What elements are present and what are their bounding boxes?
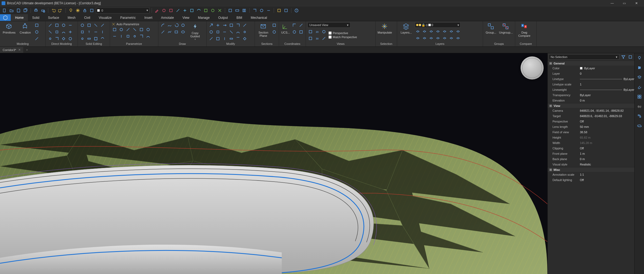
modify-tool-icon[interactable] [228,22,234,28]
group-button[interactable]: Group... [485,22,497,35]
layer-tool-icon[interactable] [448,35,454,41]
print-preview-icon[interactable] [40,8,46,13]
pick-icon[interactable] [627,54,633,60]
dwg-compare-button[interactable]: AB Dwg Compare [517,22,532,38]
prop-color[interactable]: ColorByLayer [548,66,634,71]
draw-rect-icon[interactable] [173,29,179,35]
tool-icon[interactable] [259,8,265,13]
tool-icon[interactable] [266,8,272,13]
view-cube[interactable] [521,56,544,80]
modify-tool-icon[interactable] [222,36,228,42]
tool-icon[interactable] [241,8,247,13]
perspective-checkbox[interactable]: Perspective [328,31,357,35]
draw-ellipse-icon[interactable] [180,29,186,35]
se-tool-icon[interactable] [86,22,92,28]
draw-spiral-icon[interactable] [173,22,179,28]
param-tool-icon[interactable] [125,27,131,33]
tool-icon[interactable] [227,8,233,13]
param-tool-icon[interactable] [118,33,124,39]
param-tool-icon[interactable] [138,33,144,39]
tab-bim[interactable]: BIM [232,14,246,21]
tab-view[interactable]: View [178,14,194,21]
view-tool-icon[interactable] [321,35,327,41]
draw-line-icon[interactable] [160,29,166,35]
tool-icon[interactable] [168,8,174,13]
tool-icon[interactable] [196,8,202,13]
settings-icon[interactable] [636,64,643,71]
se-tool-icon[interactable] [79,29,85,35]
prop-back-plane[interactable]: Back plane0 m [548,156,634,162]
se-tool-icon[interactable] [93,22,99,28]
prop-layer[interactable]: Layer0 [548,71,634,76]
help-icon[interactable]: ? [294,8,299,13]
save-icon[interactable] [16,8,21,13]
lightbulb-icon[interactable] [68,8,74,13]
layer-tool-icon[interactable] [428,35,434,41]
attach-icon[interactable] [636,83,643,91]
dm-tool-icon[interactable] [54,29,60,35]
section-plane-button[interactable]: Section Plane [257,22,270,38]
copy-guided-button[interactable]: Copy Guided ▾ [187,31,203,41]
view-tool-icon[interactable] [308,29,313,35]
tool-icon[interactable] [175,8,181,13]
prop-lens[interactable]: Lens length50 mm [548,124,634,129]
prop-target[interactable]: Target848820.6, -91492.01, -88629.03 [548,113,634,119]
tab-civil[interactable]: Civil [80,14,94,21]
modify-tool-icon[interactable] [242,36,248,42]
saveall-icon[interactable] [23,8,28,13]
manipulate-button[interactable]: Manipulate [377,22,392,35]
close-button[interactable]: ✕ [630,0,642,6]
coord-tool-icon[interactable] [298,29,304,35]
se-tool-icon[interactable] [79,22,85,28]
view-tool-icon[interactable]: 20 [314,29,320,35]
tab-visualize[interactable]: Visualize [94,14,116,21]
se-tool-icon[interactable] [79,36,85,42]
prop-linetype[interactable]: LinetypeByLayer [548,76,634,82]
layer-tool-icon[interactable] [422,35,427,41]
param-tool-icon[interactable] [132,27,138,33]
section-view[interactable]: ▣View [548,103,634,108]
layer-state-dropdown[interactable]: ✶ 🔒 ⎙ 0 ▾ [415,22,460,28]
draw-circle-icon[interactable] [180,22,186,28]
lightbulb-icon[interactable] [636,54,643,62]
prop-front-plane[interactable]: Front plane1 m [548,151,634,156]
ungroup-button[interactable]: Ungroup... [499,22,513,35]
layer-dropdown[interactable]: 0 ▾ [96,8,149,13]
match-perspective-checkbox[interactable]: Match Perspective [328,35,357,39]
tab-mesh[interactable]: Mesh [63,14,80,21]
undo-icon[interactable] [50,8,56,13]
tool-icon[interactable] [234,8,240,13]
section-general[interactable]: ▣General [548,61,634,66]
prop-ltscale[interactable]: Linetype scale1 [548,82,634,87]
prop-fov[interactable]: Field of view38.58 [548,129,634,135]
coord-tool-icon[interactable] [291,22,297,28]
coord-tool-icon[interactable] [298,22,304,28]
tool-icon[interactable] [252,8,258,13]
section-tool-icon[interactable] [271,29,277,35]
tab-parametric[interactable]: Parametric [116,14,140,21]
modify-tool-icon[interactable] [208,22,214,28]
modify-tool-icon[interactable] [242,22,248,28]
open-icon[interactable] [9,8,14,13]
tab-home[interactable]: Home [11,14,28,21]
param-tool-icon[interactable] [132,33,138,39]
se-tool-icon[interactable] [93,29,99,35]
lightning-icon[interactable] [191,22,199,30]
layer-tool-icon[interactable] [442,35,448,41]
layer-tool-icon[interactable] [455,35,461,41]
dm-tool-icon[interactable] [61,36,67,42]
lock-icon[interactable] [82,8,88,13]
layer-tool-icon[interactable] [435,28,441,34]
dm-tool-icon[interactable] [67,36,73,42]
tool-icon[interactable] [182,8,188,13]
modify-tool-icon[interactable] [208,36,214,42]
tool-icon[interactable] [189,8,195,13]
viewport[interactable]: 3D Alignment × Model Modify [0,53,547,274]
dm-tool-icon[interactable] [61,22,67,28]
maximize-button[interactable]: ▭ [618,0,630,6]
tool-icon[interactable] [203,8,209,13]
tool-icon[interactable] [154,8,160,13]
layer-tool-icon[interactable] [415,35,421,41]
close-icon[interactable]: ✕ [18,48,21,52]
param-tool-icon[interactable] [145,27,151,33]
